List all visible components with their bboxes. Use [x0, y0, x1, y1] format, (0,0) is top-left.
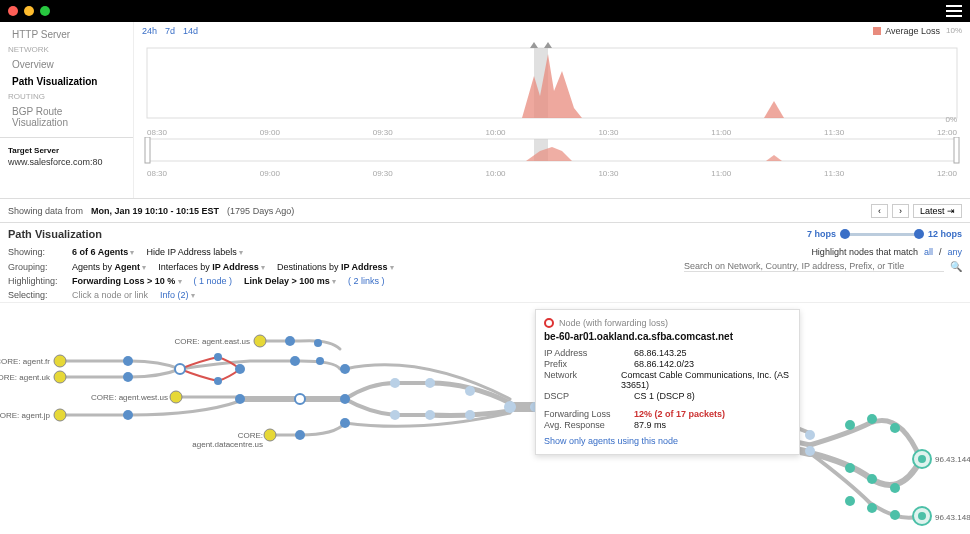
svg-point-61 — [845, 463, 855, 473]
hl-fwloss-dropdown[interactable]: Forwarding Loss > 10 % — [72, 276, 182, 286]
target-server-value: www.salesforce.com:80 — [0, 157, 133, 167]
svg-point-62 — [845, 496, 855, 506]
svg-point-17 — [254, 335, 266, 347]
tab-24h[interactable]: 24h — [142, 26, 157, 36]
svg-point-60 — [845, 420, 855, 430]
svg-point-15 — [54, 409, 66, 421]
svg-point-64 — [867, 474, 877, 484]
timeline-chart[interactable]: 24h 7d 14d Average Loss 10% 0% 08:3009:0… — [134, 22, 970, 198]
y-max: 10% — [946, 26, 962, 35]
svg-point-68 — [890, 510, 900, 520]
group-dest-dropdown[interactable]: Destinations by IP Address — [277, 262, 394, 272]
grouping-label: Grouping: — [8, 262, 60, 272]
sidebar-heading-network: NETWORK — [0, 43, 133, 56]
svg-point-29 — [295, 394, 305, 404]
svg-point-16 — [170, 391, 182, 403]
svg-point-33 — [340, 364, 350, 374]
search-input[interactable] — [684, 261, 944, 272]
svg-point-40 — [465, 386, 475, 396]
svg-marker-3 — [764, 101, 784, 118]
hamburger-icon[interactable] — [946, 5, 962, 17]
info-dropdown[interactable]: Info (2) — [160, 290, 195, 300]
svg-point-30 — [295, 430, 305, 440]
sidebar-item-overview[interactable]: Overview — [0, 56, 133, 73]
svg-point-58 — [805, 430, 815, 440]
minimize-icon[interactable] — [24, 6, 34, 16]
svg-point-41 — [465, 410, 475, 420]
chart-lower — [142, 137, 962, 167]
match-any[interactable]: any — [947, 247, 962, 257]
legend-swatch — [873, 27, 881, 35]
svg-point-25 — [235, 364, 245, 374]
selecting-label: Selecting: — [8, 290, 60, 300]
svg-point-23 — [214, 353, 222, 361]
svg-point-14 — [54, 371, 66, 383]
latest-button[interactable]: Latest ⇥ — [913, 204, 962, 218]
hide-labels-dropdown[interactable]: Hide IP Address labels — [146, 247, 243, 257]
svg-point-28 — [290, 356, 300, 366]
svg-point-31 — [314, 339, 322, 347]
maximize-icon[interactable] — [40, 6, 50, 16]
tab-14d[interactable]: 14d — [183, 26, 198, 36]
highlighting-label: Highlighting: — [8, 276, 60, 286]
sidebar-item-http[interactable]: HTTP Server — [0, 26, 133, 43]
svg-point-19 — [123, 356, 133, 366]
chart-upper: 0% — [142, 36, 962, 126]
data-range-row: Showing data from Mon, Jan 19 10:10 - 10… — [0, 198, 970, 222]
svg-marker-9 — [526, 147, 572, 161]
path-visualization[interactable]: CORE: agent.east.us CORE: agent.fr CORE:… — [0, 302, 970, 534]
prev-button[interactable]: ‹ — [871, 204, 888, 218]
svg-point-32 — [316, 357, 324, 365]
svg-point-34 — [340, 394, 350, 404]
loss-node-icon — [544, 318, 554, 328]
svg-rect-12 — [954, 137, 959, 163]
search-icon[interactable]: 🔍 — [950, 261, 962, 272]
svg-point-59 — [805, 446, 815, 456]
svg-point-35 — [340, 418, 350, 428]
showing-label: Showing: — [8, 247, 60, 257]
tooltip-filter-link[interactable]: Show only agents using this node — [544, 436, 791, 446]
svg-text:0%: 0% — [945, 115, 957, 124]
hl-fwloss-note[interactable]: ( 1 node ) — [194, 276, 233, 286]
svg-point-39 — [425, 410, 435, 420]
slider-track[interactable] — [842, 233, 922, 236]
svg-marker-2 — [522, 54, 582, 118]
sidebar: HTTP Server NETWORK Overview Path Visual… — [0, 22, 134, 198]
target-server-label: Target Server — [0, 144, 133, 157]
tooltip-title: be-60-ar01.oakland.ca.sfba.comcast.net — [544, 331, 791, 342]
svg-point-72 — [918, 512, 926, 520]
svg-point-20 — [123, 372, 133, 382]
svg-point-18 — [264, 429, 276, 441]
tab-7d[interactable]: 7d — [165, 26, 175, 36]
chart-legend: Average Loss — [873, 26, 940, 36]
sidebar-heading-routing: ROUTING — [0, 90, 133, 103]
svg-point-63 — [867, 414, 877, 424]
hops-slider[interactable]: 7 hops 12 hops — [807, 229, 962, 239]
path-graph — [0, 303, 970, 534]
svg-point-26 — [235, 394, 245, 404]
showing-dropdown[interactable]: 6 of 6 Agents — [72, 247, 134, 257]
range-suffix: (1795 Days Ago) — [227, 206, 294, 216]
svg-marker-10 — [766, 155, 782, 161]
titlebar — [0, 0, 970, 22]
sidebar-item-pathviz[interactable]: Path Visualization — [0, 73, 133, 90]
group-if-dropdown[interactable]: Interfaces by IP Address — [158, 262, 265, 272]
close-icon[interactable] — [8, 6, 18, 16]
next-button[interactable]: › — [892, 204, 909, 218]
svg-point-70 — [918, 455, 926, 463]
match-all[interactable]: all — [924, 247, 933, 257]
svg-rect-11 — [145, 137, 150, 163]
selecting-hint: Click a node or link — [72, 290, 148, 300]
svg-point-27 — [285, 336, 295, 346]
range-value: Mon, Jan 19 10:10 - 10:15 EST — [91, 206, 219, 216]
hl-delay-note[interactable]: ( 2 links ) — [348, 276, 385, 286]
section-title: Path Visualization — [8, 228, 102, 240]
svg-point-22 — [175, 364, 185, 374]
group-agents-dropdown[interactable]: Agents by Agent — [72, 262, 146, 272]
hl-delay-dropdown[interactable]: Link Delay > 100 ms — [244, 276, 336, 286]
sidebar-item-bgp[interactable]: BGP Route Visualization — [0, 103, 133, 131]
match-label: Highlight nodes that match — [811, 247, 918, 257]
svg-point-38 — [425, 378, 435, 388]
svg-point-21 — [123, 410, 133, 420]
svg-point-36 — [390, 378, 400, 388]
